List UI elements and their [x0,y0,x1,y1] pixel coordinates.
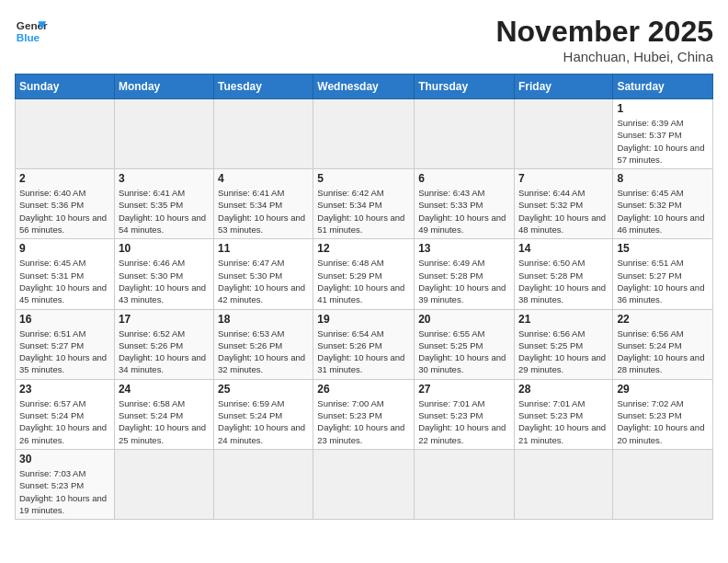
day-info: Sunrise: 6:39 AM Sunset: 5:37 PM Dayligh… [617,117,709,166]
calendar-cell: 17Sunrise: 6:52 AM Sunset: 5:26 PM Dayli… [114,309,213,379]
day-info: Sunrise: 6:55 AM Sunset: 5:25 PM Dayligh… [418,327,510,376]
calendar-week-2: 2Sunrise: 6:40 AM Sunset: 5:36 PM Daylig… [16,169,713,239]
day-number: 16 [19,313,110,326]
calendar-cell: 21Sunrise: 6:56 AM Sunset: 5:25 PM Dayli… [514,309,612,379]
day-number: 15 [617,242,709,255]
page-header: General Blue November 2025 Hanchuan, Hub… [15,15,713,64]
day-info: Sunrise: 6:57 AM Sunset: 5:24 PM Dayligh… [19,397,110,446]
day-info: Sunrise: 6:41 AM Sunset: 5:35 PM Dayligh… [119,187,210,236]
day-number: 27 [418,383,510,396]
day-info: Sunrise: 6:44 AM Sunset: 5:32 PM Dayligh… [518,187,609,236]
day-number: 11 [218,242,309,255]
header-tuesday: Tuesday [214,75,313,99]
header-sunday: Sunday [16,75,115,99]
calendar-cell [313,99,415,169]
calendar-cell [214,449,313,519]
day-number: 10 [119,242,210,255]
day-info: Sunrise: 6:52 AM Sunset: 5:26 PM Dayligh… [119,327,210,376]
calendar-table: Sunday Monday Tuesday Wednesday Thursday… [15,74,713,520]
day-number: 1 [617,102,709,115]
header-row: Sunday Monday Tuesday Wednesday Thursday… [16,75,713,99]
calendar-cell: 30Sunrise: 7:03 AM Sunset: 5:23 PM Dayli… [16,449,115,519]
day-number: 24 [119,383,210,396]
day-number: 2 [19,172,110,185]
calendar-cell: 12Sunrise: 6:48 AM Sunset: 5:29 PM Dayli… [313,239,415,309]
day-number: 21 [518,313,609,326]
calendar-cell: 19Sunrise: 6:54 AM Sunset: 5:26 PM Dayli… [313,309,415,379]
day-info: Sunrise: 6:47 AM Sunset: 5:30 PM Dayligh… [218,257,309,305]
calendar-cell: 1Sunrise: 6:39 AM Sunset: 5:37 PM Daylig… [613,99,713,169]
day-number: 18 [218,313,309,326]
day-info: Sunrise: 6:51 AM Sunset: 5:27 PM Dayligh… [617,257,709,305]
calendar-cell: 8Sunrise: 6:45 AM Sunset: 5:32 PM Daylig… [613,169,713,239]
day-info: Sunrise: 6:45 AM Sunset: 5:32 PM Dayligh… [617,187,709,236]
day-number: 22 [617,313,709,326]
header-thursday: Thursday [415,75,515,99]
day-info: Sunrise: 7:02 AM Sunset: 5:23 PM Dayligh… [617,397,709,446]
day-number: 17 [119,313,210,326]
calendar-cell: 18Sunrise: 6:53 AM Sunset: 5:26 PM Dayli… [214,309,313,379]
day-info: Sunrise: 6:53 AM Sunset: 5:26 PM Dayligh… [218,327,309,376]
svg-text:Blue: Blue [17,31,40,43]
calendar-cell: 20Sunrise: 6:55 AM Sunset: 5:25 PM Dayli… [415,309,515,379]
logo: General Blue [15,15,48,48]
day-number: 6 [418,172,510,185]
calendar-cell: 23Sunrise: 6:57 AM Sunset: 5:24 PM Dayli… [16,379,115,449]
day-number: 8 [617,172,709,185]
calendar-week-4: 16Sunrise: 6:51 AM Sunset: 5:27 PM Dayli… [16,309,713,379]
calendar-week-5: 23Sunrise: 6:57 AM Sunset: 5:24 PM Dayli… [16,379,713,449]
day-info: Sunrise: 6:46 AM Sunset: 5:30 PM Dayligh… [119,257,210,305]
day-info: Sunrise: 6:49 AM Sunset: 5:28 PM Dayligh… [418,257,510,305]
day-info: Sunrise: 6:56 AM Sunset: 5:24 PM Dayligh… [617,327,709,376]
day-info: Sunrise: 6:58 AM Sunset: 5:24 PM Dayligh… [119,397,210,446]
header-saturday: Saturday [613,75,713,99]
location: Hanchuan, Hubei, China [495,49,713,64]
calendar-cell [114,449,213,519]
day-info: Sunrise: 6:43 AM Sunset: 5:33 PM Dayligh… [418,187,510,236]
day-number: 4 [218,172,309,185]
calendar-cell: 4Sunrise: 6:41 AM Sunset: 5:34 PM Daylig… [214,169,313,239]
day-number: 14 [518,242,609,255]
calendar-cell: 29Sunrise: 7:02 AM Sunset: 5:23 PM Dayli… [613,379,713,449]
calendar-week-1: 1Sunrise: 6:39 AM Sunset: 5:37 PM Daylig… [16,99,713,169]
calendar-cell [114,99,213,169]
calendar-cell [415,99,515,169]
calendar-cell: 16Sunrise: 6:51 AM Sunset: 5:27 PM Dayli… [16,309,115,379]
day-number: 20 [418,313,510,326]
day-info: Sunrise: 6:54 AM Sunset: 5:26 PM Dayligh… [317,327,410,376]
calendar-cell [313,449,415,519]
day-number: 12 [317,242,410,255]
day-info: Sunrise: 6:45 AM Sunset: 5:31 PM Dayligh… [19,257,110,305]
day-info: Sunrise: 6:40 AM Sunset: 5:36 PM Dayligh… [19,187,110,236]
calendar-cell: 5Sunrise: 6:42 AM Sunset: 5:34 PM Daylig… [313,169,415,239]
month-title: November 2025 [495,15,713,49]
day-number: 29 [617,383,709,396]
calendar-cell: 24Sunrise: 6:58 AM Sunset: 5:24 PM Dayli… [114,379,213,449]
calendar-cell: 22Sunrise: 6:56 AM Sunset: 5:24 PM Dayli… [613,309,713,379]
calendar-week-6: 30Sunrise: 7:03 AM Sunset: 5:23 PM Dayli… [16,449,713,519]
day-number: 7 [518,172,609,185]
day-number: 28 [518,383,609,396]
calendar-cell: 2Sunrise: 6:40 AM Sunset: 5:36 PM Daylig… [16,169,115,239]
day-info: Sunrise: 6:56 AM Sunset: 5:25 PM Dayligh… [518,327,609,376]
calendar-cell: 6Sunrise: 6:43 AM Sunset: 5:33 PM Daylig… [415,169,515,239]
logo-icon: General Blue [15,15,48,48]
day-info: Sunrise: 6:51 AM Sunset: 5:27 PM Dayligh… [19,327,110,376]
calendar-cell [16,99,115,169]
calendar-cell: 13Sunrise: 6:49 AM Sunset: 5:28 PM Dayli… [415,239,515,309]
calendar-cell [214,99,313,169]
calendar-cell: 27Sunrise: 7:01 AM Sunset: 5:23 PM Dayli… [415,379,515,449]
calendar-cell [514,99,612,169]
day-info: Sunrise: 6:41 AM Sunset: 5:34 PM Dayligh… [218,187,309,236]
day-info: Sunrise: 6:42 AM Sunset: 5:34 PM Dayligh… [317,187,410,236]
day-number: 5 [317,172,410,185]
calendar-week-3: 9Sunrise: 6:45 AM Sunset: 5:31 PM Daylig… [16,239,713,309]
calendar-cell: 14Sunrise: 6:50 AM Sunset: 5:28 PM Dayli… [514,239,612,309]
day-info: Sunrise: 6:48 AM Sunset: 5:29 PM Dayligh… [317,257,410,305]
day-info: Sunrise: 6:50 AM Sunset: 5:28 PM Dayligh… [518,257,609,305]
day-number: 30 [19,453,110,465]
day-info: Sunrise: 7:01 AM Sunset: 5:23 PM Dayligh… [418,397,510,446]
calendar-cell [613,449,713,519]
day-number: 26 [317,383,410,396]
day-info: Sunrise: 7:00 AM Sunset: 5:23 PM Dayligh… [317,397,410,446]
